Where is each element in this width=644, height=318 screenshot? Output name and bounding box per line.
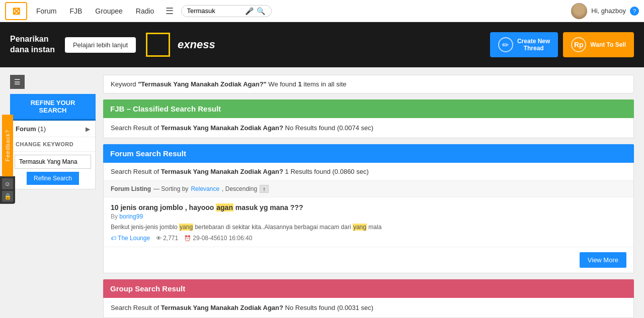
search-summary: Keyword "Termasuk Yang Manakah Zodiak Ag… [103,75,634,93]
banner-text: Penarikan dana instan [10,34,55,55]
nav-groupee[interactable]: Groupee [91,7,126,15]
hamburger-menu-button[interactable]: ☰ [163,6,176,17]
post-meta: The Lounge 2,771 29-08-45610 16:06:40 [111,235,626,242]
post-views: 2,771 [156,235,178,242]
avatar [571,3,587,19]
natgeo-logo [146,33,170,57]
feedback-label[interactable]: Feedback? [2,114,13,176]
mic-icon[interactable]: 🎤 [245,7,254,15]
banner: Penarikan dana instan Pelajari lebih lan… [0,22,644,67]
sidebar-filter-section: Forum (1) ▶ CHANGE KEYWORD Refine Search [10,121,96,189]
post-tag-link[interactable]: The Lounge [111,235,150,242]
top-navigation: ⊠ Forum FJB Groupee Radio ☰ 🎤 🔍 Hi, ghaz… [0,0,644,22]
logo[interactable]: ⊠ [5,2,27,20]
forum-filter-arrow[interactable]: ▶ [86,126,90,133]
search-bar: 🎤 🔍 [181,5,272,17]
exness-logo: exness [178,38,215,51]
edit-icon: ✏ [498,37,513,52]
want-to-sell-button[interactable]: Rp Want To Sell [563,32,634,57]
group-section: Group Search Result Search Result of Ter… [103,279,634,318]
feedback-smile-icon[interactable]: ☺ [2,178,13,189]
post-date: 29-08-45610 16:06:40 [184,235,252,242]
main-layout: ☰ REFINE YOUR SEARCH Forum (1) ▶ CHANGE … [0,67,644,318]
nav-fjb[interactable]: FJB [65,7,86,15]
forum-listing-header: Forum Listing — Sorting by Relevance , D… [104,181,633,197]
fjb-section: FJB – Classified Search Result Search Re… [103,99,634,138]
rp-icon: Rp [571,37,586,52]
group-section-header: Group Search Result [103,279,634,298]
forum-filter-label: Forum (1) [16,125,46,133]
user-area[interactable]: Hi, ghazboy ? [571,3,639,19]
fjb-section-body: Search Result of Termasuk Yang Manakah Z… [103,118,634,138]
author-link[interactable]: boring99 [119,213,143,220]
view-more-button[interactable]: View More [580,252,626,268]
forum-post-item: 10 jenis orang jomblo , hayooo agan masu… [104,197,633,247]
feedback-panel[interactable]: Feedback? ☺ 🔒 [0,114,15,203]
forum-section: Forum Search Result Search Result of Ter… [103,144,634,273]
view-more-row: View More [104,247,633,273]
post-title[interactable]: 10 jenis orang jomblo , hayooo agan masu… [111,203,626,211]
refine-your-search-button[interactable]: REFINE YOUR SEARCH [10,94,96,121]
left-sidebar: ☰ REFINE YOUR SEARCH Forum (1) ▶ CHANGE … [10,75,96,318]
content-area: Keyword "Termasuk Yang Manakah Zodiak Ag… [103,75,634,318]
change-keyword-label: CHANGE KEYWORD [11,137,95,152]
keyword-input[interactable] [15,155,91,169]
search-input[interactable] [187,7,242,15]
user-greeting: Hi, ghazboy [591,7,626,15]
banner-actions: ✏ Create New Thread Rp Want To Sell [490,32,634,57]
banner-learn-button[interactable]: Pelajari lebih lanjut [65,37,136,53]
fjb-section-header: FJB – Classified Search Result [103,99,634,118]
forum-result-info: Search Result of Termasuk Yang Manakah Z… [104,163,633,181]
sidebar-hamburger-button[interactable]: ☰ [10,75,25,89]
post-author: By boring99 [111,213,626,220]
nav-forum[interactable]: Forum [32,7,60,15]
post-excerpt: Berikut jenis-jenis jomblo yang bertebar… [111,223,626,232]
forum-filter-row[interactable]: Forum (1) ▶ [11,121,95,137]
forum-section-header: Forum Search Result [103,144,634,163]
feedback-lock-icon[interactable]: 🔒 [2,191,13,202]
forum-section-body: Search Result of Termasuk Yang Manakah Z… [103,163,634,273]
search-submit-button[interactable]: 🔍 [257,7,265,15]
create-new-thread-button[interactable]: ✏ Create New Thread [490,32,558,57]
nav-radio[interactable]: Radio [132,7,158,15]
sort-relevance-link[interactable]: Relevance [191,185,219,192]
group-section-body: Search Result of Termasuk Yang Manakah Z… [103,298,634,318]
help-icon[interactable]: ? [630,7,639,16]
refine-search-button[interactable]: Refine Search [27,172,79,185]
sort-direction-button[interactable]: ↑ [260,185,269,193]
banner-logo-area: exness [146,33,215,57]
